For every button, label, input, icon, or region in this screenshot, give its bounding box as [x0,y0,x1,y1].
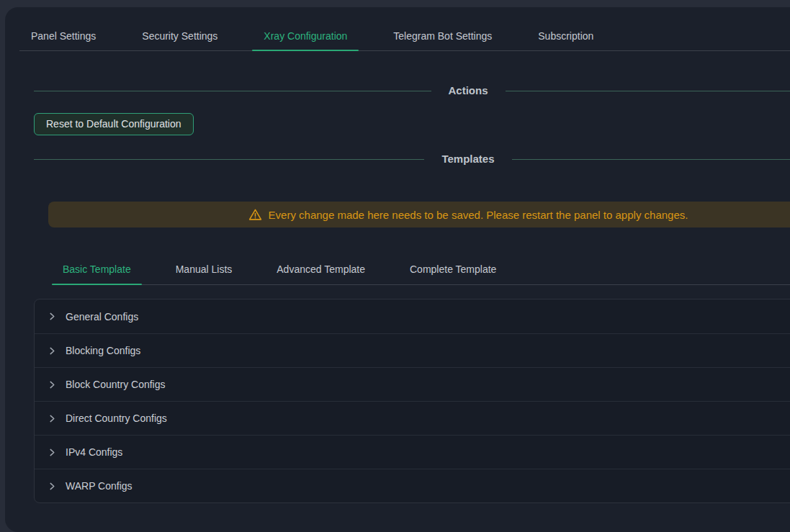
collapse-header-label: Block Country Configs [66,379,166,390]
collapse-header-block-country-configs[interactable]: Block Country Configs [35,367,790,401]
templates-section-title: Templates [441,151,494,167]
divider-line [34,159,424,160]
restart-warning-alert: Every change made here needs to be saved… [48,202,790,227]
collapse-header-label: WARP Configs [66,480,133,492]
collapse-header-blocking-configs[interactable]: Blocking Configs [35,333,790,367]
reset-to-default-button[interactable]: Reset to Default Configuration [34,113,194,135]
collapse-header-ipv4-configs[interactable]: IPv4 Configs [35,435,790,469]
tab-xray-configuration[interactable]: Xray Configuration [252,19,359,50]
tab-subscription[interactable]: Subscription [526,19,605,50]
subtab-label: Advanced Template [277,263,365,275]
tab-panel-settings[interactable]: Panel Settings [19,19,107,50]
templates-section-divider: Templates [34,151,790,167]
warning-triangle-icon [248,208,262,222]
chevron-right-icon [48,347,56,355]
divider-line [512,159,790,160]
tab-advanced-template[interactable]: Advanced Template [266,253,376,284]
tab-label: Telegram Bot Settings [393,30,492,42]
tab-manual-lists[interactable]: Manual Lists [165,253,243,284]
tab-complete-template[interactable]: Complete Template [399,253,507,284]
subtab-label: Complete Template [410,263,496,275]
collapse-header-label: General Configs [66,311,138,323]
actions-section-title: Actions [449,83,488,99]
chevron-right-icon [48,415,56,423]
restart-warning-text: Every change made here needs to be saved… [269,209,688,221]
tab-label: Xray Configuration [264,30,347,42]
collapse-header-general-configs[interactable]: General Configs [35,299,790,333]
chevron-right-icon [48,312,56,320]
subtab-label: Basic Template [63,263,131,275]
tab-telegram-bot-settings[interactable]: Telegram Bot Settings [382,19,503,50]
collapse-header-label: Direct Country Configs [66,412,167,424]
subtab-label: Manual Lists [176,263,233,275]
settings-card: Panel Settings Security Settings Xray Co… [5,7,790,532]
chevron-right-icon [48,448,56,456]
collapse-header-direct-country-configs[interactable]: Direct Country Configs [35,401,790,435]
tab-basic-template[interactable]: Basic Template [52,253,142,284]
divider-line [34,91,431,91]
divider-line [506,91,790,91]
tab-label: Panel Settings [31,30,96,42]
template-tab-bar: Basic Template Manual Lists Advanced Tem… [52,253,790,285]
chevron-right-icon [48,482,56,490]
collapse-header-warp-configs[interactable]: WARP Configs [35,469,790,502]
tab-label: Security Settings [142,30,217,42]
collapse-header-label: Blocking Configs [66,345,140,356]
config-collapse-list: General Configs Blocking Configs Block C… [34,299,790,503]
tab-security-settings[interactable]: Security Settings [130,19,229,50]
tab-label: Subscription [538,30,593,42]
collapse-header-label: IPv4 Configs [66,446,122,458]
actions-section-divider: Actions [34,83,790,99]
settings-tab-bar: Panel Settings Security Settings Xray Co… [19,7,790,51]
chevron-right-icon [48,381,56,389]
